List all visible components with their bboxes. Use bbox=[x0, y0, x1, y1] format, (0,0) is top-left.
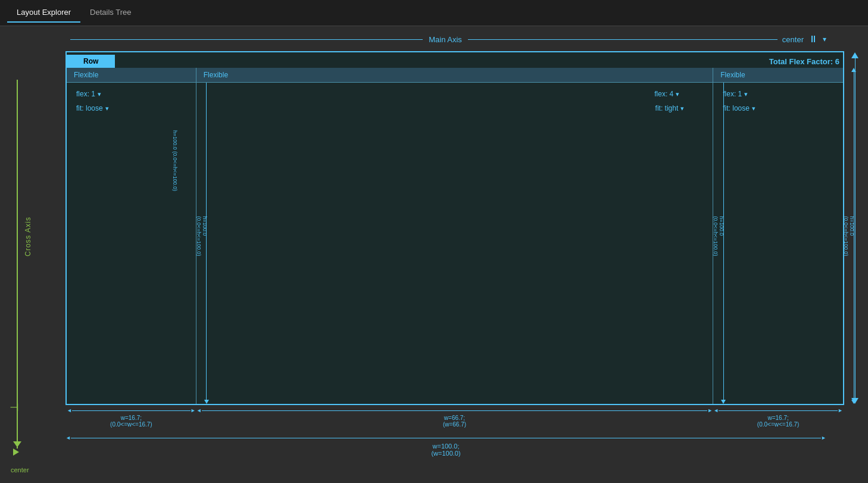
tab-bar: Layout Explorer Details Tree bbox=[0, 0, 868, 26]
col2-width-measure: ◄ ► w=66.7; (w=66.7) bbox=[196, 407, 713, 428]
outer-height-arrow-up bbox=[851, 52, 858, 58]
main-axis-controls: center ⏸ ▾ bbox=[778, 34, 826, 45]
tab-layout-explorer[interactable]: Layout Explorer bbox=[7, 3, 80, 23]
col3-fit-control: fit: loose ▾ bbox=[723, 104, 833, 112]
pause-icon: ⏸ bbox=[808, 34, 818, 45]
cross-axis-pointer bbox=[13, 448, 19, 456]
cross-axis-line bbox=[17, 80, 18, 448]
col1-flex-dropdown[interactable]: ▾ bbox=[98, 90, 101, 98]
flex-col-1: Flexible flex: 1 ▾ fit: loose ▾ h=100.0( bbox=[67, 68, 196, 404]
outer-height-line bbox=[855, 58, 855, 398]
total-width-line bbox=[71, 438, 821, 438]
col3-flex-control: flex: 1 ▾ bbox=[723, 90, 833, 98]
center-label: center bbox=[11, 466, 29, 473]
total-flex-label: Total Flex Factor: 6 bbox=[769, 57, 839, 66]
col1-flex-control: flex: 1 ▾ bbox=[76, 90, 186, 98]
col3-fit-label: fit: loose bbox=[723, 104, 750, 112]
col1-header: Flexible bbox=[67, 68, 196, 83]
outer-height-arrow-down bbox=[851, 398, 858, 404]
total-width-constraint: (w=100.0) bbox=[65, 450, 826, 457]
alignment-label: center bbox=[782, 35, 804, 44]
col3-width-measure: ◄ ► w=16.7; (0.0<=w<=16.7) bbox=[713, 407, 843, 428]
col2-flex-label: flex: 4 bbox=[654, 90, 673, 98]
col3-controls: flex: 1 ▾ fit: loose ▾ bbox=[713, 83, 843, 120]
col2-width-constraint: (w=66.7) bbox=[196, 421, 713, 428]
total-width-measure-container: ◄ ► w=100.0; (w=100.0) bbox=[65, 435, 826, 457]
outer-height-measure bbox=[851, 52, 858, 404]
main-axis-line-left bbox=[70, 39, 423, 40]
col3-width-arrow: ◄ ► bbox=[713, 407, 843, 413]
col1-width-measure: ◄ ► w=16.7; (0.0<=w<=16.7) bbox=[67, 407, 196, 428]
col3-fit-dropdown[interactable]: ▾ bbox=[752, 105, 755, 112]
col3-width-text: w=16.7; bbox=[713, 415, 843, 421]
row-header: Row Total Flex Factor: 6 bbox=[67, 52, 843, 68]
cross-axis-label: Cross Axis bbox=[24, 217, 32, 256]
col1-flex-label: flex: 1 bbox=[76, 90, 95, 98]
main-area: Cross Axis ⊣ Main Axis center ⏸ ▾ Row To… bbox=[0, 26, 868, 483]
flex-columns: Flexible flex: 1 ▾ fit: loose ▾ h=100.0( bbox=[67, 68, 843, 404]
flex-col-3: Flexible flex: 1 ▾ fit: loose ▾ h=100.0( bbox=[713, 68, 843, 404]
col2-fit-control: fit: tight ▾ bbox=[655, 104, 685, 112]
col2-fit-label: fit: tight bbox=[655, 104, 679, 112]
tab-details-tree[interactable]: Details Tree bbox=[80, 3, 140, 23]
row-container: Row Total Flex Factor: 6 Flexible flex: … bbox=[65, 51, 844, 405]
col1-fit-control: fit: loose ▾ bbox=[76, 104, 186, 112]
row-label: Row bbox=[67, 55, 115, 68]
col3-header: Flexible bbox=[713, 68, 843, 83]
col2-flex-dropdown[interactable]: ▾ bbox=[676, 90, 679, 98]
col1-width-constraint: (0.0<=w<=16.7) bbox=[67, 421, 196, 428]
col2-width-arrow: ◄ ► bbox=[196, 407, 713, 413]
main-axis-label: Main Axis bbox=[423, 35, 468, 44]
main-axis-bar: Main Axis center ⏸ ▾ bbox=[65, 32, 826, 46]
total-width-text: w=100.0; bbox=[65, 443, 826, 450]
col3-width-constraint: (0.0<=w<=16.7) bbox=[713, 421, 843, 428]
col2-controls: flex: 4 ▾ fit: tight ▾ bbox=[196, 83, 713, 120]
col3-flex-dropdown[interactable]: ▾ bbox=[744, 90, 748, 98]
col3-flex-label: flex: 1 bbox=[723, 90, 742, 98]
col2-flex-control: flex: 4 ▾ bbox=[654, 90, 679, 98]
col2-header: Flexible bbox=[196, 68, 713, 83]
cross-axis-arrow bbox=[13, 441, 21, 447]
col1-controls: flex: 1 ▾ fit: loose ▾ bbox=[67, 83, 196, 120]
col1-fit-dropdown[interactable]: ▾ bbox=[105, 105, 109, 112]
col2-width-text: w=66.7; bbox=[196, 415, 713, 421]
col2-fit-dropdown[interactable]: ▾ bbox=[680, 105, 684, 112]
total-width-arrow: ◄ ► bbox=[65, 435, 826, 441]
col1-width-text: w=16.7; bbox=[67, 415, 196, 421]
col1-fit-label: fit: loose bbox=[76, 104, 103, 112]
main-axis-line-right bbox=[468, 39, 820, 40]
flex-col-2: Flexible flex: 4 ▾ fit: tight ▾ bbox=[196, 68, 713, 404]
chevron-down-icon[interactable]: ▾ bbox=[823, 35, 826, 43]
cross-axis-tick: ⊣ bbox=[10, 401, 19, 414]
col1-width-arrow: ◄ ► bbox=[67, 407, 196, 413]
